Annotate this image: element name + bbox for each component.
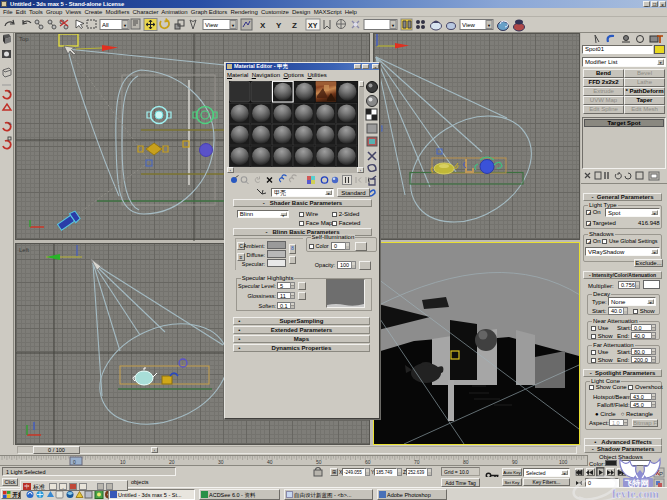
svg-text:20: 20	[169, 459, 175, 465]
svg-text:10: 10	[120, 459, 126, 465]
svg-text:%: %	[8, 121, 12, 126]
svg-text:▼: ▼	[487, 23, 491, 28]
svg-text:90: 90	[512, 459, 518, 465]
svg-text:fevte.com: fevte.com	[612, 488, 659, 500]
svg-text:Y: Y	[276, 21, 282, 30]
svg-text:Top: Top	[19, 36, 29, 42]
svg-text:70: 70	[414, 459, 420, 465]
svg-text:40: 40	[267, 459, 273, 465]
svg-text:Left: Left	[19, 247, 29, 253]
svg-text:▼: ▼	[231, 23, 235, 28]
svg-text:飞特网: 飞特网	[625, 479, 649, 488]
svg-text:Z: Z	[292, 21, 297, 30]
svg-text:50: 50	[316, 459, 322, 465]
svg-text:XY: XY	[308, 22, 318, 29]
svg-text:X: X	[260, 21, 266, 30]
svg-text:80: 80	[463, 459, 469, 465]
svg-text:View: View	[462, 22, 476, 28]
svg-text:▼: ▼	[391, 23, 395, 28]
svg-text:30: 30	[218, 459, 224, 465]
svg-text:▼: ▼	[123, 23, 127, 28]
svg-text:View: View	[205, 22, 219, 28]
svg-text:60: 60	[365, 459, 371, 465]
svg-text:0: 0	[73, 459, 76, 465]
svg-text:All: All	[102, 22, 109, 28]
